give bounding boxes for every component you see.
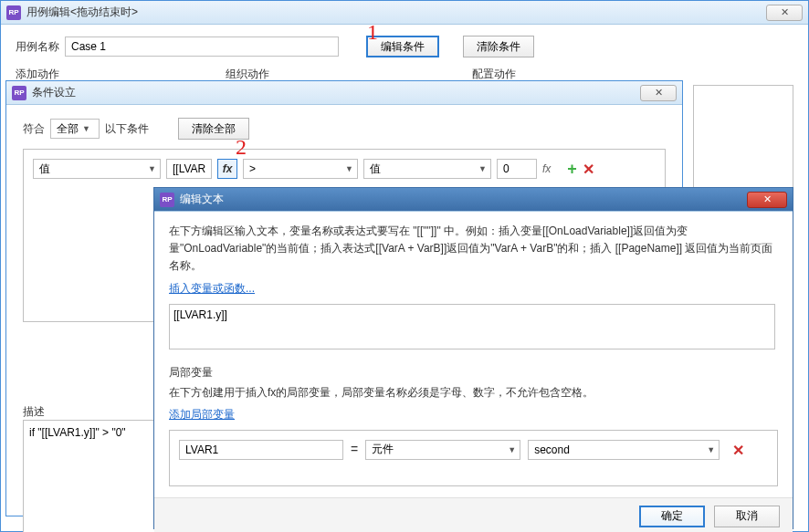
fx-button-right[interactable]: fx [542,162,551,175]
description-box: if "[[LVAR1.y]]" > "0" [23,420,174,532]
description-text: if "[[LVAR1.y]]" > "0" [29,426,126,439]
win3-titlebar: RP 编辑文本 [154,188,793,212]
match-select-value: 全部 [57,121,79,137]
fx-button-left[interactable]: fx [217,159,237,179]
delete-condition-icon[interactable]: ✕ [583,161,594,178]
add-condition-icon[interactable]: + [567,160,577,179]
win2-close-button[interactable]: ✕ [640,85,677,101]
local-var-name-input[interactable] [179,440,343,460]
delete-local-var-icon[interactable]: ✕ [732,442,744,459]
operator-select[interactable]: > ▼ [243,159,358,179]
ok-button[interactable]: 确定 [639,506,705,527]
app-icon: RP [160,193,174,207]
case-name-input[interactable] [65,37,339,57]
left-type-select[interactable]: 值 ▼ [33,159,161,179]
right-value-input[interactable] [497,159,537,179]
right-type-value: 值 [370,162,381,177]
local-var-type-value: 元件 [372,442,394,457]
chevron-down-icon: ▼ [707,445,715,454]
cancel-button[interactable]: 取消 [714,506,780,527]
match-suffix: 以下条件 [105,121,149,137]
clear-condition-button[interactable]: 清除条件 [463,36,534,57]
local-var-type-select[interactable]: 元件 ▼ [365,440,520,460]
left-value-input[interactable] [166,159,212,179]
right-type-select[interactable]: 值 ▼ [363,159,491,179]
win3-close-button[interactable] [747,192,787,208]
add-local-var-link[interactable]: 添加局部变量 [169,407,235,422]
annotation-marker-1: 1 [367,20,378,45]
chevron-down-icon: ▼ [345,164,353,173]
win3-title: 编辑文本 [180,192,747,207]
equals-sign: = [351,440,358,456]
expression-textarea[interactable] [169,304,775,349]
win1-title: 用例编辑<拖动结束时> [26,5,766,20]
win1-titlebar: RP 用例编辑<拖动结束时> ✕ [1,1,808,25]
local-var-target-value: second [534,443,570,456]
chevron-down-icon: ▼ [82,124,90,133]
case-name-label: 用例名称 [16,39,59,55]
match-label: 符合 [23,121,45,137]
condition-row: 值 ▼ fx > ▼ 值 ▼ fx + ✕ [33,159,656,179]
chevron-down-icon: ▼ [478,164,487,173]
win2-title: 条件设立 [32,85,640,100]
app-icon: RP [12,86,26,100]
chevron-down-icon: ▼ [508,445,516,454]
app-icon: RP [6,5,21,20]
annotation-marker-2: 2 [236,135,247,160]
operator-value: > [249,162,256,175]
left-type-value: 值 [39,162,50,177]
win1-close-button[interactable]: ✕ [766,5,803,21]
insert-variable-link[interactable]: 插入变量或函数... [169,281,255,297]
win2-titlebar: RP 条件设立 ✕ [6,81,682,105]
local-var-target-select[interactable]: second ▼ [528,440,720,460]
match-select[interactable]: 全部 ▼ [50,119,100,139]
local-var-instructions: 在下方创建用于插入fx的局部变量，局部变量名称必须是字母、数字，不允许包含空格。 [169,384,778,402]
local-vars-container: = 元件 ▼ second ▼ ✕ [169,430,778,486]
instructions-text: 在下方编辑区输入文本，变量名称或表达式要写在 "[[""]]" 中。例如：插入变… [169,223,778,276]
local-var-label: 局部变量 [169,365,778,381]
chevron-down-icon: ▼ [148,164,156,173]
